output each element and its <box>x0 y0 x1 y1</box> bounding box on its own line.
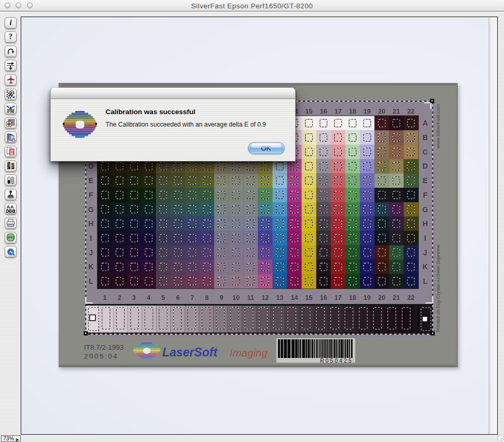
svg-text:2: 2 <box>118 294 121 301</box>
svg-text:4: 4 <box>147 294 150 301</box>
svg-text:19: 19 <box>363 294 371 301</box>
svg-text:17: 17 <box>334 108 342 115</box>
svg-text:H: H <box>423 219 428 228</box>
svg-text:14: 14 <box>291 294 298 301</box>
svg-text:10: 10 <box>232 294 240 301</box>
svg-text:A: A <box>423 119 428 127</box>
svg-text:9: 9 <box>220 294 223 301</box>
svg-text:12: 12 <box>261 294 269 301</box>
svg-text:E: E <box>89 176 93 185</box>
svg-text:G: G <box>423 205 428 214</box>
svg-text:11: 11 <box>247 294 254 301</box>
svg-text:J: J <box>89 248 93 257</box>
svg-text:7: 7 <box>190 294 194 301</box>
svg-text:21: 21 <box>393 294 400 301</box>
svg-text:6: 6 <box>176 294 179 301</box>
svg-text:D: D <box>423 162 428 170</box>
svg-text:22: 22 <box>407 108 414 115</box>
svg-text:22: 22 <box>407 294 414 301</box>
svg-text:C: C <box>423 148 428 156</box>
svg-text:Imaging: Imaging <box>230 347 268 358</box>
svg-text:13: 13 <box>276 294 284 301</box>
svg-text:B: B <box>423 133 428 142</box>
svg-text:17: 17 <box>334 294 342 301</box>
svg-text:19: 19 <box>363 108 371 115</box>
svg-text:IPTC: IPTC <box>8 236 15 239</box>
svg-text:J: J <box>423 248 427 257</box>
svg-text:18: 18 <box>349 108 356 115</box>
svg-text:Printed on Fuji Crystal Archiv: Printed on Fuji Crystal Archive Supreme <box>435 245 441 332</box>
svg-text:CO: CO <box>7 209 14 213</box>
svg-text:16: 16 <box>320 108 327 115</box>
svg-text:F: F <box>89 191 93 199</box>
svg-text:D: D <box>88 162 93 170</box>
svg-text:E: E <box>423 176 427 185</box>
svg-text:15: 15 <box>305 108 313 115</box>
svg-text:15: 15 <box>305 294 313 301</box>
svg-text:20: 20 <box>378 294 385 301</box>
svg-text:www.SilverFast.com: www.SilverFast.com <box>435 104 441 149</box>
svg-text:18: 18 <box>349 294 356 301</box>
svg-text:L: L <box>89 277 93 285</box>
svg-text:K: K <box>88 263 93 271</box>
svg-text:I: I <box>90 234 92 242</box>
svg-text:LaserSoft: LaserSoft <box>162 346 218 359</box>
svg-text:G: G <box>88 205 94 214</box>
svg-text:5: 5 <box>161 294 165 301</box>
svg-text:2005:04: 2005:04 <box>84 352 118 360</box>
svg-text:I: I <box>424 234 426 242</box>
svg-text:16: 16 <box>320 294 327 301</box>
svg-text:21: 21 <box>393 108 400 115</box>
svg-text:20: 20 <box>378 108 385 115</box>
svg-text:IT8.7/2-1993: IT8.7/2-1993 <box>84 343 124 351</box>
svg-text:R050425: R050425 <box>320 357 353 364</box>
svg-text:1: 1 <box>7 139 9 142</box>
svg-text:L: L <box>423 277 428 285</box>
svg-text:1: 1 <box>103 294 107 301</box>
svg-text:K: K <box>423 263 428 271</box>
svg-text:F: F <box>423 191 428 199</box>
svg-text:3: 3 <box>132 294 136 301</box>
svg-text:H: H <box>88 219 93 228</box>
svg-text:8: 8 <box>205 294 209 301</box>
